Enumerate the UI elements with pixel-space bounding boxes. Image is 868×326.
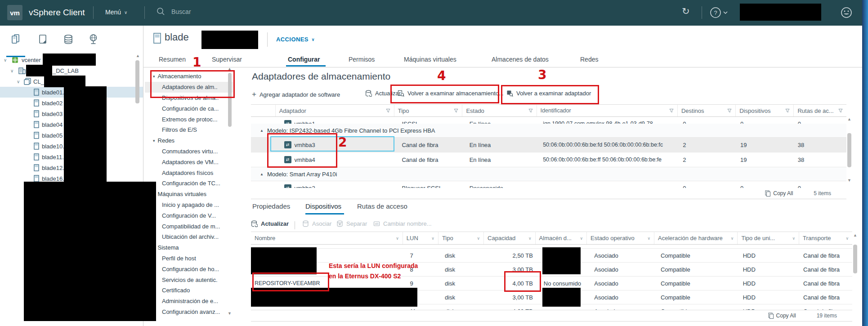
menu-item[interactable]: Adaptadores físicos [145,167,233,178]
copy-all-button[interactable]: Copy All [768,313,796,319]
sort-chevron-icon[interactable]: ∨ [846,236,849,241]
tab-supervisar[interactable]: Supervisar [212,56,242,63]
rescan-adapter-button[interactable]: Volver a examinar adaptador [506,90,591,97]
copy-all-button[interactable]: Copy All [765,190,793,196]
filter-icon[interactable] [386,108,390,113]
menu-item[interactable]: Adaptadores de VM... [145,156,233,167]
scroll-up-icon[interactable]: ▲ [228,67,232,71]
menu-item[interactable]: Configuración de ca... [145,103,233,114]
filter-icon[interactable] [669,108,674,113]
column-header-almacen[interactable]: Almacén d...∨ [535,232,587,244]
sort-chevron-icon[interactable]: ∨ [528,236,532,241]
menu-item[interactable]: Configuración de ho... [145,263,233,274]
menu-item[interactable]: Filtros de E/S [145,125,233,135]
menu-item[interactable]: Configuración de V... [145,210,233,221]
actions-button[interactable]: ACCIONES ∨ [276,36,315,43]
vmware-logo[interactable]: vm [7,5,22,20]
column-header-estado-operativo[interactable]: Estado operativo∨ [586,232,654,244]
refresh-icon[interactable]: ↻ [682,6,690,17]
add-software-adapter-button[interactable]: + Agregar adaptador de software [252,90,340,99]
expand-chevron-icon[interactable]: ∨ [4,58,9,63]
tab-propiedades[interactable]: Propiedades [252,202,290,210]
column-header-transporte[interactable]: Transporte∨ [799,232,852,244]
tab-dispositivos[interactable]: Dispositivos [305,202,341,210]
menu-section-almacenamiento[interactable]: ▾Almacenamiento [145,71,233,82]
column-header-aceleracion[interactable]: Aceleración de hardware∨ [654,232,737,244]
sort-chevron-icon[interactable]: ∨ [792,236,796,241]
config-menu-scrollbar-thumb[interactable] [228,73,232,127]
table-group-row[interactable]: ▲ Modelo: Smart Array P410i [251,167,846,181]
table-row-partial[interactable]: ⇄vmhba1 ISCSI En línea iqn.1990-07.com.e… [251,117,846,124]
search-input[interactable]: Buscar [157,7,191,16]
filter-icon[interactable] [454,108,458,113]
tree-item-datacenter[interactable]: ∨ _DC_LAB [0,65,143,76]
sort-chevron-icon[interactable]: ∨ [731,236,734,241]
filter-icon[interactable] [785,108,790,113]
filter-icon[interactable] [838,108,843,113]
scroll-up-icon[interactable]: ▲ [853,233,857,237]
scroll-down-icon[interactable]: ▼ [228,311,232,316]
rescan-storage-button[interactable]: Volver a examinar almacenamiento... [398,90,504,97]
hosts-and-clusters-icon[interactable] [11,34,21,45]
tab-resumen[interactable]: Resumen [159,56,186,63]
sort-chevron-icon[interactable]: ∨ [580,236,583,241]
column-header-tipo-unidad[interactable]: Tipo de uni...∨ [737,232,799,244]
filter-icon[interactable] [528,108,533,113]
column-header-rutas[interactable]: Rutas de ac... [793,105,846,116]
column-header-tipo[interactable]: Tipo [394,105,462,116]
sort-chevron-icon[interactable]: ∨ [477,236,480,241]
menu-item[interactable]: Administración de e... [145,296,233,307]
menu-item[interactable]: Configuración avanz... [145,307,233,317]
rename-button[interactable]: ab Cambiar nombre... [373,220,432,227]
scroll-down-icon[interactable]: ▼ [847,178,851,183]
menu-item[interactable]: Configuración de TC... [145,178,233,189]
menu-item[interactable]: Inicio y apagado de ... [145,200,233,210]
menu-item[interactable]: Dispositivos de alma.. [145,93,233,103]
storage-icon[interactable] [63,34,74,45]
tab-maquinas-virtuales[interactable]: Máquinas virtuales [404,56,456,63]
expand-chevron-icon[interactable]: ∨ [17,79,22,84]
tab-permisos[interactable]: Permisos [349,56,375,63]
column-header-destinos[interactable]: Destinos [677,105,735,116]
expand-chevron-icon[interactable]: ∨ [10,68,16,73]
vms-and-templates-icon[interactable] [38,34,48,45]
detach-button[interactable]: Separar [336,220,367,227]
filter-icon[interactable] [727,108,732,113]
tab-configurar[interactable]: Configurar [288,56,320,63]
column-header-nombre[interactable]: Nombre∨ [251,232,403,244]
menu-item[interactable]: Perfil de host [145,253,233,264]
sort-chevron-icon[interactable]: ∨ [396,236,399,241]
table-row-vmhba4[interactable]: ⇄vmhba4 Canal de fibra En línea 50:06:0b… [251,152,846,167]
column-header-identificador[interactable]: Identificador [537,105,677,116]
help-menu[interactable]: ? [710,7,728,18]
menu-item-adaptadores-alm[interactable]: Adaptadores de alm.. [145,82,233,93]
menu-item[interactable]: Servicios de autentic. [145,274,233,285]
attach-button[interactable]: Asociar [302,220,331,227]
networking-icon[interactable] [88,34,98,45]
refresh-devices-button[interactable]: Actualizar [251,220,289,227]
menu-section-redes[interactable]: ▾Redes [145,135,233,146]
column-header-lun[interactable]: LUN∨ [403,232,438,244]
table-row-partial[interactable]: ⇄vmhba2 Bloquear SCSI Desconocido 0 0 0 [251,181,846,188]
menu-item[interactable]: Ubicación del archiv... [145,232,233,242]
menu-section-sistema[interactable]: ▾Sistema [145,242,233,253]
column-header-estado[interactable]: Estado [462,105,536,116]
menu-item[interactable]: Conmutadores virtu... [145,146,233,157]
column-header-tipo[interactable]: Tipo∨ [438,232,483,244]
column-header-capacidad[interactable]: Capacidad∨ [483,232,535,244]
scroll-up-icon[interactable]: ▲ [847,117,851,121]
tab-redes[interactable]: Redes [580,56,598,63]
sidebar-scrollbar-thumb[interactable] [135,60,139,103]
tab-almacenes-de-datos[interactable]: Almacenes de datos [492,56,549,63]
menu-item[interactable]: Extremos de protoc... [145,114,233,125]
tab-rutas-de-acceso[interactable]: Rutas de acceso [357,202,407,210]
refresh-adapters-button[interactable]: Actualizar [365,90,401,97]
column-header-adaptador[interactable]: Adaptador [275,105,394,116]
scroll-up-icon[interactable]: ▲ [136,54,140,58]
menu-section-maquinas-virtuales[interactable]: ▾Máquinas virtuales [145,189,233,200]
menu-button[interactable]: Menú ∨ [105,9,127,16]
column-header-dispositivos[interactable]: Dispositivos [735,105,793,116]
menu-item[interactable]: Certificado [145,285,233,296]
sort-chevron-icon[interactable]: ∨ [647,236,650,241]
menu-item[interactable]: Compatibilidad de m... [145,221,233,232]
